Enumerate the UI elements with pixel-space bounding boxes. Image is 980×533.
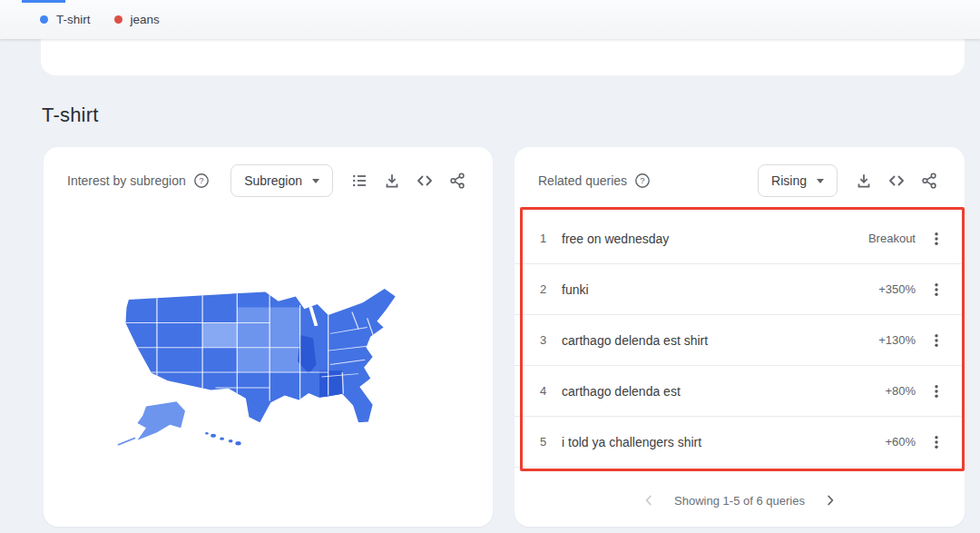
prev-page-icon[interactable] [642, 493, 656, 508]
related-card-title: Related queries [538, 173, 627, 188]
pagination-text: Showing 1-5 of 6 queries [674, 494, 805, 508]
query-text: carthago delenda est shirt [562, 333, 708, 348]
share-icon[interactable] [446, 169, 469, 192]
header-bar: T-shirt jeans [0, 0, 980, 39]
subregion-toolbar [348, 169, 469, 192]
alaska-shape [118, 401, 185, 445]
query-value: Breakout [868, 232, 916, 245]
query-value: +80% [885, 384, 916, 398]
query-row-4[interactable]: 4 carthago delenda est +80% [514, 366, 965, 417]
query-text: carthago delenda est [562, 384, 681, 399]
related-queries-card: Related queries ? Rising [514, 147, 965, 527]
query-value: +130% [878, 333, 916, 347]
more-options-icon[interactable] [926, 430, 946, 454]
query-rank: 2 [540, 282, 558, 296]
google-trends-screen: T-shirt jeans T-shirt Interest by subreg… [0, 0, 980, 533]
chevron-down-icon [312, 179, 319, 183]
svg-text:?: ? [199, 175, 203, 185]
subregion-card-title: Interest by subregion [67, 173, 186, 188]
hawaii-shape [205, 432, 241, 446]
legend-label-jeans: jeans [131, 13, 160, 26]
download-icon[interactable] [852, 169, 876, 192]
us-choropleth-map[interactable] [107, 273, 497, 455]
subregion-dropdown[interactable]: Subregion [230, 164, 333, 197]
term-legend: T-shirt jeans [40, 0, 160, 39]
rising-dropdown[interactable]: Rising [758, 164, 838, 197]
query-rank: 5 [540, 435, 558, 449]
more-options-icon[interactable] [926, 278, 946, 301]
chevron-down-icon [817, 179, 824, 183]
query-text: free on wednesday [562, 232, 669, 246]
query-rank: 3 [540, 333, 558, 347]
subregion-card-header: Interest by subregion ? Subregion [44, 147, 493, 197]
tshirt-series-dot-icon [40, 15, 48, 24]
share-icon[interactable] [917, 169, 941, 192]
query-row-1[interactable]: 1 free on wednesday Breakout [514, 213, 965, 264]
legend-item-tshirt[interactable]: T-shirt [40, 13, 91, 26]
timeseries-card-bottom [41, 39, 965, 75]
query-value: +60% [885, 435, 916, 449]
query-text: i told ya challengers shirt [562, 435, 701, 449]
related-toolbar [852, 169, 941, 192]
help-circle-icon[interactable]: ? [634, 173, 651, 189]
legend-label-tshirt: T-shirt [56, 13, 91, 26]
query-rank: 4 [540, 384, 558, 398]
related-queries-list: 1 free on wednesday Breakout 2 funki +35… [514, 213, 965, 468]
more-options-icon[interactable] [926, 380, 946, 403]
rising-dropdown-value: Rising [771, 173, 807, 188]
query-rank: 1 [540, 232, 558, 245]
svg-text:?: ? [640, 175, 644, 185]
interest-by-subregion-card: Interest by subregion ? Subregion [44, 147, 493, 527]
query-text: funki [562, 282, 589, 297]
related-card-header: Related queries ? Rising [514, 147, 965, 197]
help-circle-icon[interactable]: ? [193, 173, 210, 189]
view-list-icon[interactable] [348, 169, 371, 192]
legend-item-jeans[interactable]: jeans [114, 13, 160, 26]
map-container [107, 273, 497, 455]
next-page-icon[interactable] [823, 493, 838, 508]
embed-code-icon[interactable] [413, 169, 436, 192]
query-value: +350% [878, 282, 916, 296]
pagination: Showing 1-5 of 6 queries [514, 487, 965, 514]
subregion-dropdown-value: Subregion [244, 173, 302, 188]
embed-code-icon[interactable] [885, 169, 908, 192]
download-icon[interactable] [380, 169, 404, 192]
jeans-series-dot-icon [114, 15, 122, 24]
query-row-2[interactable]: 2 funki +350% [514, 264, 965, 315]
section-title: T-shirt [42, 104, 99, 127]
more-options-icon[interactable] [926, 227, 946, 251]
query-row-3[interactable]: 3 carthago delenda est shirt +130% [514, 315, 965, 366]
more-options-icon[interactable] [926, 329, 946, 352]
query-row-5[interactable]: 5 i told ya challengers shirt +60% [514, 417, 965, 468]
